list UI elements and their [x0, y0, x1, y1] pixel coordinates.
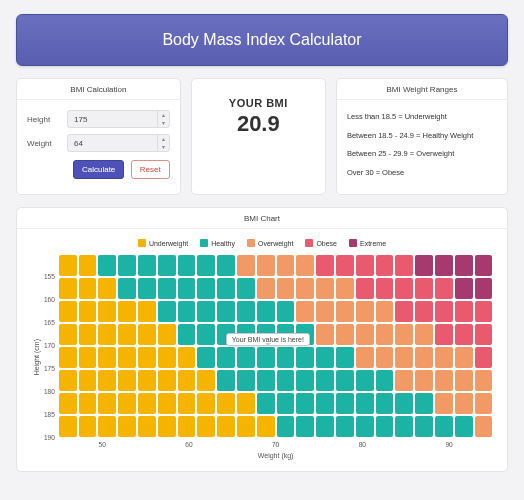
- heatmap-cell[interactable]: [435, 416, 453, 437]
- heatmap-cell[interactable]: [158, 347, 176, 368]
- heatmap-cell[interactable]: [118, 324, 136, 345]
- heatmap-cell[interactable]: [356, 347, 374, 368]
- heatmap-cell[interactable]: [356, 301, 374, 322]
- weight-stepper[interactable]: ▴ ▾: [157, 135, 169, 151]
- heatmap-cell[interactable]: [455, 370, 473, 391]
- heatmap-cell[interactable]: [316, 393, 334, 414]
- heatmap-cell[interactable]: [138, 347, 156, 368]
- heatmap-cell[interactable]: [316, 324, 334, 345]
- heatmap-cell[interactable]: [79, 278, 97, 299]
- heatmap-cell[interactable]: [356, 393, 374, 414]
- heatmap-cell[interactable]: [336, 393, 354, 414]
- heatmap-cell[interactable]: [138, 393, 156, 414]
- heatmap-cell[interactable]: [138, 324, 156, 345]
- heatmap-cell[interactable]: [197, 278, 215, 299]
- heatmap-cell[interactable]: [415, 370, 433, 391]
- heatmap-cell[interactable]: [435, 393, 453, 414]
- heatmap-cell[interactable]: [455, 324, 473, 345]
- heatmap-cell[interactable]: [217, 393, 235, 414]
- heatmap-cell[interactable]: [237, 393, 255, 414]
- heatmap-cell[interactable]: [118, 301, 136, 322]
- heatmap-cell[interactable]: [118, 393, 136, 414]
- heatmap-cell[interactable]: [158, 278, 176, 299]
- heatmap-cell[interactable]: [178, 347, 196, 368]
- heatmap-cell[interactable]: [435, 370, 453, 391]
- reset-button[interactable]: Reset: [131, 160, 170, 179]
- heatmap-cell[interactable]: [98, 301, 116, 322]
- heatmap-cell[interactable]: [197, 370, 215, 391]
- heatmap-cell[interactable]: [257, 324, 275, 345]
- heatmap-cell[interactable]: [98, 393, 116, 414]
- heatmap-cell[interactable]: [356, 370, 374, 391]
- heatmap-cell[interactable]: [296, 301, 314, 322]
- heatmap-cell[interactable]: [138, 278, 156, 299]
- heatmap-cell[interactable]: [257, 278, 275, 299]
- heatmap-cell[interactable]: [158, 370, 176, 391]
- heatmap-cell[interactable]: [395, 324, 413, 345]
- heatmap-cell[interactable]: [296, 370, 314, 391]
- heatmap-cell[interactable]: [277, 255, 295, 276]
- heatmap-cell[interactable]: [158, 416, 176, 437]
- heatmap-cell[interactable]: [415, 278, 433, 299]
- heatmap-cell[interactable]: [316, 370, 334, 391]
- heatmap-cell[interactable]: [336, 324, 354, 345]
- heatmap-cell[interactable]: [197, 255, 215, 276]
- heatmap-cell[interactable]: [257, 301, 275, 322]
- heatmap-cell[interactable]: [376, 324, 394, 345]
- heatmap-cell[interactable]: [217, 301, 235, 322]
- heatmap-cell[interactable]: [158, 393, 176, 414]
- heatmap-cell[interactable]: [257, 370, 275, 391]
- heatmap-cell[interactable]: [356, 324, 374, 345]
- stepper-up-icon[interactable]: ▴: [158, 135, 169, 143]
- heatmap-cell[interactable]: [118, 255, 136, 276]
- heatmap-cell[interactable]: [197, 393, 215, 414]
- heatmap-cell[interactable]: [356, 278, 374, 299]
- heatmap-cell[interactable]: [277, 370, 295, 391]
- heatmap-cell[interactable]: [475, 278, 493, 299]
- height-stepper[interactable]: ▴ ▾: [157, 111, 169, 127]
- heatmap-cell[interactable]: [197, 416, 215, 437]
- heatmap-cell[interactable]: [79, 301, 97, 322]
- heatmap-cell[interactable]: [217, 255, 235, 276]
- heatmap-cell[interactable]: [475, 370, 493, 391]
- heatmap-cell[interactable]: [395, 370, 413, 391]
- heatmap-cell[interactable]: [296, 393, 314, 414]
- heatmap-cell[interactable]: [296, 324, 314, 345]
- heatmap-cell[interactable]: [59, 370, 77, 391]
- heatmap-cell[interactable]: [316, 301, 334, 322]
- heatmap-cell[interactable]: [316, 255, 334, 276]
- heatmap-cell[interactable]: [376, 393, 394, 414]
- heatmap-cell[interactable]: [296, 416, 314, 437]
- heatmap-cell[interactable]: [395, 255, 413, 276]
- heatmap-cell[interactable]: [237, 416, 255, 437]
- heatmap-cell[interactable]: [336, 370, 354, 391]
- heatmap-cell[interactable]: [415, 324, 433, 345]
- heatmap-cell[interactable]: [197, 347, 215, 368]
- heatmap-cell[interactable]: [475, 393, 493, 414]
- heatmap-cell[interactable]: [435, 347, 453, 368]
- heatmap-cell[interactable]: [455, 278, 473, 299]
- heatmap-cell[interactable]: [316, 416, 334, 437]
- heatmap-cell[interactable]: [178, 301, 196, 322]
- heatmap-cell[interactable]: [178, 255, 196, 276]
- heatmap-cell[interactable]: [475, 416, 493, 437]
- heatmap-cell[interactable]: [336, 347, 354, 368]
- heatmap-cell[interactable]: [59, 278, 77, 299]
- heatmap-cell[interactable]: [98, 324, 116, 345]
- heatmap-cell[interactable]: [376, 301, 394, 322]
- bmi-heatmap[interactable]: [59, 255, 493, 437]
- heatmap-cell[interactable]: [79, 416, 97, 437]
- heatmap-cell[interactable]: [415, 393, 433, 414]
- stepper-down-icon[interactable]: ▾: [158, 143, 169, 151]
- stepper-down-icon[interactable]: ▾: [158, 119, 169, 127]
- heatmap-cell[interactable]: [415, 416, 433, 437]
- heatmap-cell[interactable]: [138, 416, 156, 437]
- heatmap-cell[interactable]: [257, 255, 275, 276]
- heatmap-cell[interactable]: [79, 324, 97, 345]
- heatmap-cell[interactable]: [79, 393, 97, 414]
- heatmap-cell[interactable]: [138, 301, 156, 322]
- heatmap-cell[interactable]: [59, 255, 77, 276]
- heatmap-cell[interactable]: [59, 347, 77, 368]
- heatmap-cell[interactable]: [475, 255, 493, 276]
- heatmap-cell[interactable]: [395, 416, 413, 437]
